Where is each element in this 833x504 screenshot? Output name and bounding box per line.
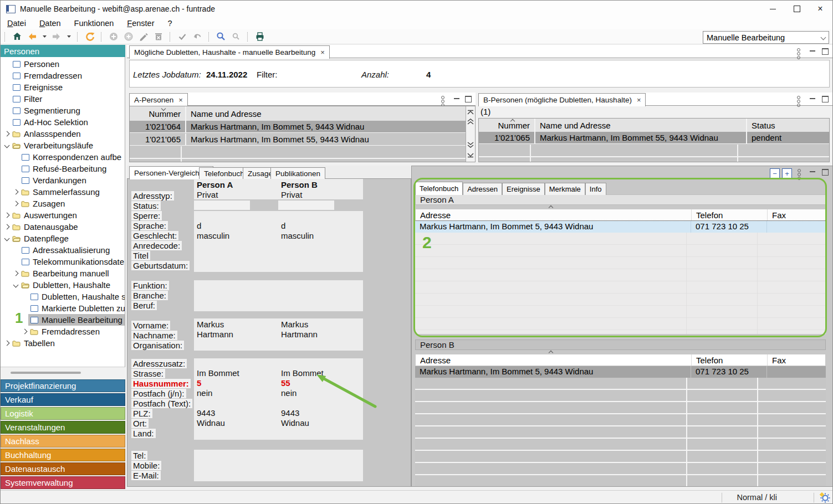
tree-item-verarbeitungslaeufe[interactable]: Verarbeitungsläufe bbox=[1, 140, 125, 151]
maximize-pane-icon[interactable] bbox=[822, 169, 829, 176]
tree-item-datenpflege[interactable]: Datenpflege bbox=[1, 233, 125, 244]
sidebar-nav-logistik[interactable]: Logistik bbox=[1, 407, 125, 420]
tab-close-icon[interactable]: × bbox=[637, 96, 641, 104]
view-selector-dropdown[interactable]: Manuelle Bearbeitung bbox=[703, 31, 829, 44]
add-special-button[interactable] bbox=[123, 31, 134, 42]
chevron-right-icon[interactable] bbox=[4, 213, 10, 218]
tree-horizontal-scrollbar[interactable] bbox=[11, 372, 81, 374]
tree-item-auswertungen[interactable]: Auswertungen bbox=[1, 209, 125, 221]
tab-detail-telefonbuch[interactable]: Telefonbuch bbox=[415, 182, 463, 195]
tree-item-ereignisse[interactable]: Ereignisse bbox=[1, 81, 125, 93]
search-secondary-button[interactable] bbox=[231, 31, 242, 42]
tree-item-fremdadressen-folder[interactable]: Fremdadressen bbox=[1, 326, 125, 337]
back-button[interactable] bbox=[27, 31, 38, 42]
column-header-nummer[interactable]: Nummer bbox=[479, 119, 535, 132]
sidebar-nav-datenaustausch[interactable]: Datenaustausch bbox=[1, 462, 125, 475]
page-down-icon[interactable] bbox=[467, 142, 474, 148]
tree-item-dubletten-haushalte-s[interactable]: Dubletten, Haushalte s bbox=[1, 291, 125, 302]
minimize-pane-icon[interactable] bbox=[809, 168, 816, 176]
column-header-status[interactable]: Status bbox=[747, 119, 829, 132]
tree-item-anlassspenden[interactable]: Anlassspenden bbox=[1, 128, 125, 140]
scroll-bottom-icon[interactable] bbox=[467, 153, 474, 158]
link-icon[interactable] bbox=[441, 96, 444, 107]
tree-item-datenausgabe[interactable]: Datenausgabe bbox=[1, 221, 125, 233]
column-header-adresse[interactable]: Adresse bbox=[416, 209, 692, 220]
minimize-button[interactable] bbox=[762, 1, 784, 17]
maximize-button[interactable] bbox=[786, 1, 808, 17]
tab-a-personen[interactable]: A-Personen × bbox=[129, 93, 188, 106]
sidebar-nav-systemverwaltung[interactable]: Systemverwaltung bbox=[1, 476, 125, 489]
collapse-all-icon[interactable]: − bbox=[770, 168, 780, 178]
column-header-telefon[interactable]: Telefon bbox=[692, 354, 768, 366]
delete-button[interactable] bbox=[153, 31, 164, 42]
page-up-icon[interactable] bbox=[467, 119, 474, 125]
add-button[interactable] bbox=[108, 31, 119, 42]
tree-item-korrespondenzen[interactable]: Korrespondenzen aufbe bbox=[1, 151, 125, 163]
tree-item-sammelerfassung[interactable]: Sammelerfassung bbox=[1, 186, 125, 198]
chevron-right-icon[interactable] bbox=[13, 271, 19, 276]
table-row[interactable]: 1'021'064 Markus Hartmann, Im Bommet 5, … bbox=[130, 121, 466, 133]
column-header-telefon[interactable]: Telefon bbox=[692, 209, 768, 220]
menu-daten[interactable]: Daten bbox=[39, 19, 61, 28]
tab-publikationen[interactable]: Publikationen bbox=[270, 167, 325, 179]
link-icon[interactable] bbox=[797, 96, 800, 107]
scroll-top-icon[interactable] bbox=[467, 110, 474, 115]
menu-fenster[interactable]: Fenster bbox=[127, 19, 154, 28]
tree-item-filter[interactable]: Filter bbox=[1, 93, 125, 105]
tab-detail-info[interactable]: Info bbox=[585, 183, 606, 195]
chevron-right-icon[interactable] bbox=[13, 189, 19, 195]
tab-moegliche-dubletten[interactable]: Mögliche Dubletten, Haushalte - manuelle… bbox=[129, 45, 330, 59]
menu-datei[interactable]: Datei bbox=[7, 19, 26, 28]
column-header-fax[interactable]: Fax bbox=[768, 354, 825, 366]
link-icon[interactable] bbox=[798, 169, 801, 180]
chevron-down-icon[interactable] bbox=[13, 282, 19, 288]
maximize-pane-icon[interactable] bbox=[465, 96, 472, 102]
minimize-pane-icon[interactable] bbox=[809, 47, 816, 55]
tab-close-icon[interactable]: × bbox=[178, 96, 183, 104]
tree-item-adressaktualisierung[interactable]: Adressaktualisierung bbox=[1, 244, 125, 256]
menu-help[interactable]: ? bbox=[168, 19, 172, 28]
print-button[interactable] bbox=[254, 31, 265, 42]
minimize-pane-icon[interactable] bbox=[809, 95, 816, 102]
settings-gear-icon[interactable] bbox=[820, 492, 830, 503]
sidebar-nav-projektfinanzierung[interactable]: Projektfinanzierung bbox=[1, 379, 125, 392]
sidebar-nav-buchhaltung[interactable]: Buchhaltung bbox=[1, 449, 125, 461]
tree-item-tabellen[interactable]: Tabellen bbox=[1, 337, 125, 349]
tree-item-fremdadressen[interactable]: Fremdadressen bbox=[1, 70, 125, 81]
forward-history-button[interactable] bbox=[66, 31, 71, 42]
menu-funktionen[interactable]: Funktionen bbox=[74, 19, 114, 28]
back-history-button[interactable] bbox=[42, 31, 47, 42]
tree-item-zusagen[interactable]: Zusagen bbox=[1, 198, 125, 209]
tab-detail-merkmale[interactable]: Merkmale bbox=[545, 183, 585, 195]
home-button[interactable] bbox=[12, 31, 23, 42]
tab-b-personen[interactable]: B-Personen (mögliche Dubletten, Haushalt… bbox=[478, 93, 646, 106]
column-header-fax[interactable]: Fax bbox=[768, 209, 825, 220]
link-icon[interactable] bbox=[797, 48, 800, 59]
tree-item-bearbeitung-manuell[interactable]: Bearbeitung manuell bbox=[1, 268, 125, 279]
chevron-right-icon[interactable] bbox=[4, 131, 10, 137]
confirm-button[interactable] bbox=[177, 31, 188, 42]
close-button[interactable]: × bbox=[809, 1, 831, 17]
edit-button[interactable] bbox=[138, 31, 149, 42]
phonebook-a-row-selected[interactable]: Markus Hartmann, Im Bommet 5, 9443 Widna… bbox=[415, 221, 826, 233]
refresh-button[interactable] bbox=[84, 31, 95, 42]
chevron-right-icon[interactable] bbox=[22, 329, 28, 335]
minimize-pane-icon[interactable] bbox=[453, 95, 461, 102]
column-header-name[interactable]: Name und Adresse bbox=[535, 119, 747, 132]
tab-telefonbuch[interactable]: Telefonbuch bbox=[199, 167, 249, 179]
tab-detail-adressen[interactable]: Adressen bbox=[463, 183, 502, 195]
forward-button[interactable] bbox=[51, 31, 62, 42]
tree-item-verdankungen[interactable]: Verdankungen bbox=[1, 174, 125, 186]
tree-item-adhoc-selektion[interactable]: Ad-Hoc Selektion bbox=[1, 116, 125, 128]
chevron-down-icon[interactable] bbox=[4, 236, 10, 241]
column-header-nummer[interactable]: Nummer bbox=[130, 106, 186, 121]
table-row[interactable]: 1'021'065 Markus Hartmann, Im Bommet 55,… bbox=[479, 132, 829, 144]
tree-item-segmentierung[interactable]: Segmentierung bbox=[1, 105, 125, 116]
tab-detail-ereignisse[interactable]: Ereignisse bbox=[502, 183, 545, 195]
tree-item-personen[interactable]: Personen bbox=[1, 58, 125, 70]
phonebook-b-row-selected[interactable]: Markus Hartmann, Im Bommet 5, 9443 Widna… bbox=[415, 366, 826, 378]
sidebar-nav-nachlass[interactable]: Nachlass bbox=[1, 435, 125, 448]
column-header-adresse[interactable]: Adresse bbox=[416, 354, 692, 366]
tree-item-dubletten-haushalte[interactable]: Dubletten, Haushalte bbox=[1, 279, 125, 291]
tab-close-icon[interactable]: × bbox=[320, 48, 325, 56]
